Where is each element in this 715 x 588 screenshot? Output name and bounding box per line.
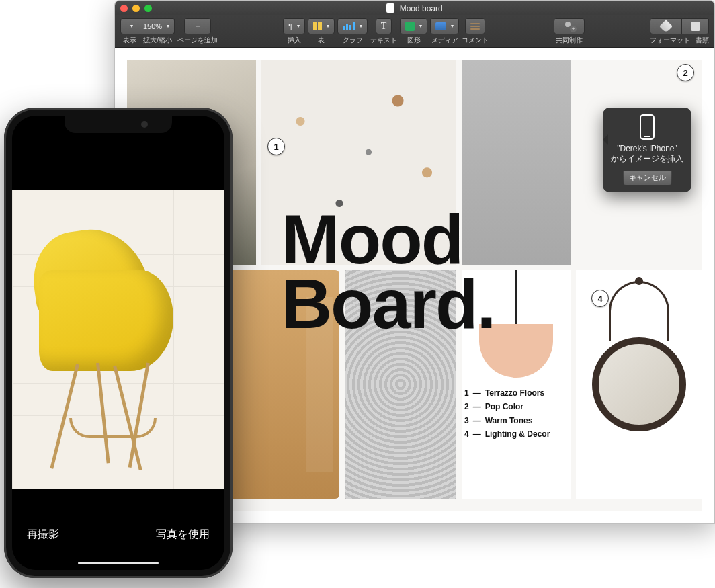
callout-badge-4[interactable]: 4 [591, 290, 609, 307]
retake-button[interactable]: 再撮影 [27, 528, 59, 542]
shape-icon [405, 22, 415, 31]
collaborate-button[interactable] [554, 18, 585, 34]
iphone-screen: 再撮影 写真を使用 [12, 116, 224, 570]
chair-seat [39, 270, 173, 371]
insert-menu-button[interactable]: ¶▾ [283, 18, 305, 34]
chevron-down-icon: ▾ [451, 23, 454, 29]
table-menu-button[interactable]: ▾ [308, 18, 335, 34]
document-icon [386, 3, 394, 13]
cancel-button[interactable]: キャンセル [623, 170, 672, 185]
image-concrete[interactable] [462, 60, 571, 265]
chevron-down-icon: ▾ [419, 23, 422, 29]
chart-menu-button[interactable]: ▾ [337, 18, 368, 34]
iphone-device: 再撮影 写真を使用 [4, 108, 233, 578]
view-menu-button[interactable]: ▾ [120, 18, 138, 34]
toolbar: ▾ 150% ▾ 表示 拡大/縮小 ＋ ページを追加 ¶▾ 挿入 [115, 15, 714, 48]
text-label: テキスト [370, 36, 397, 45]
plus-icon: ＋ [194, 21, 202, 31]
titlebar: Mood board [115, 1, 714, 15]
chevron-down-icon: ▾ [297, 23, 300, 29]
zoom-value: 150% [143, 22, 162, 30]
document-inspector-icon [691, 22, 700, 31]
popover-line1: "Derek's iPhone" [608, 144, 686, 153]
document-label: 書類 [696, 36, 709, 45]
callout-badge-2[interactable]: 2 [677, 64, 694, 81]
comment-button[interactable] [465, 18, 485, 34]
chart-icon [343, 22, 355, 30]
lamp-shade [479, 324, 553, 378]
shape-menu-button[interactable]: ▾ [400, 18, 427, 34]
cancel-label: キャンセル [629, 173, 666, 181]
zoom-menu-button[interactable]: 150% ▾ [138, 18, 175, 34]
chevron-down-icon: ▾ [327, 23, 329, 29]
chevron-down-icon: ▾ [130, 23, 133, 29]
collaborate-label: 共同制作 [556, 36, 583, 45]
legend-row: 3—Warm Tones [464, 414, 566, 427]
collaborate-icon [563, 22, 575, 31]
callout-badge-1[interactable]: 1 [267, 138, 285, 155]
camera-actions: 再撮影 写真を使用 [12, 517, 224, 551]
mirror-strap [609, 281, 669, 341]
zoom-label: 拡大/縮小 [143, 36, 172, 45]
legend-row: 1—Terrazzo Floors [464, 386, 566, 400]
table-label: 表 [318, 36, 325, 45]
legend-box[interactable]: 1—Terrazzo Floors 2—Pop Color 3—Warm Ton… [462, 381, 569, 447]
camera-preview[interactable] [12, 190, 224, 489]
document-inspector-button[interactable] [682, 18, 709, 34]
window-title-text: Mood board [400, 4, 443, 13]
media-menu-button[interactable]: ▾ [430, 18, 459, 34]
image-fur[interactable] [345, 270, 456, 499]
chart-label: グラフ [343, 36, 363, 45]
chevron-down-icon: ▾ [167, 23, 169, 29]
comment-label: コメント [462, 36, 489, 45]
text-button[interactable]: T [376, 18, 392, 34]
add-page-button[interactable]: ＋ [184, 18, 211, 34]
continuity-popover: "Derek's iPhone" からイメージを挿入 キャンセル [603, 108, 691, 192]
shape-label: 図形 [407, 36, 421, 45]
table-icon [313, 22, 322, 30]
comment-icon [470, 23, 480, 30]
media-label: メディア [431, 36, 458, 45]
window-title: Mood board [115, 3, 714, 13]
insert-label: 挿入 [288, 36, 301, 45]
image-terrazzo[interactable] [261, 60, 456, 265]
legend-row: 2—Pop Color [464, 400, 566, 413]
iphone-outline-icon [640, 114, 655, 140]
media-icon [435, 22, 446, 30]
view-label: 表示 [123, 36, 136, 45]
format-label: フォーマット [650, 36, 690, 45]
chevron-down-icon: ▾ [360, 23, 362, 29]
use-photo-button[interactable]: 写真を使用 [156, 528, 210, 542]
chair-leg-brace [69, 418, 157, 438]
iphone-notch [65, 116, 172, 133]
format-icon [659, 19, 673, 33]
legend-row: 4—Lighting & Decor [464, 427, 566, 441]
add-page-label: ページを追加 [177, 36, 218, 45]
format-inspector-button[interactable] [650, 18, 682, 34]
paragraph-icon: ¶ [288, 22, 292, 30]
home-indicator[interactable] [78, 562, 159, 564]
lamp-cord [515, 270, 517, 324]
mirror-frame [592, 337, 686, 431]
popover-line2: からイメージを挿入 [608, 153, 686, 165]
text-icon: T [381, 21, 387, 32]
